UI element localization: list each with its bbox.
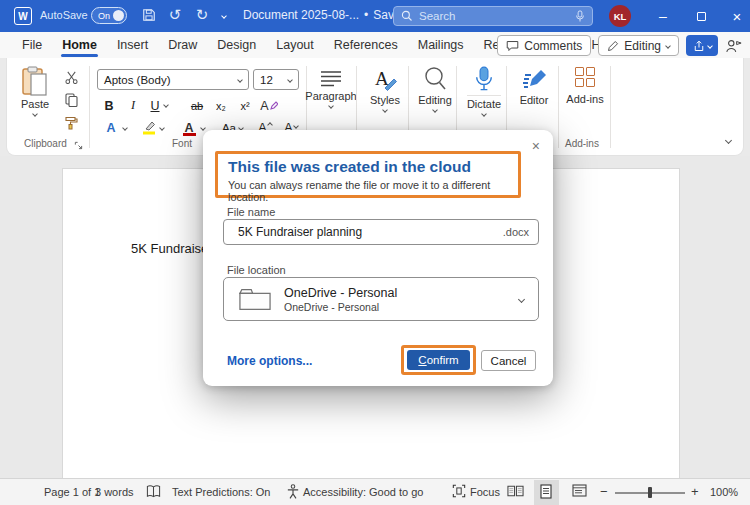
ribbon-tab-bar: File Home Insert Draw Design Layout Refe… [0, 32, 750, 58]
find-icon [423, 66, 447, 92]
shrink-font-caret-icon [293, 123, 299, 129]
comments-button[interactable]: Comments [497, 35, 591, 56]
underline-button[interactable]: U [145, 96, 165, 115]
italic-button[interactable]: I [123, 96, 143, 115]
zoom-out-button[interactable]: − [600, 484, 608, 499]
tab-references[interactable]: References [324, 34, 408, 56]
text-effects-button[interactable]: A [101, 118, 121, 137]
editing-mode-label: Editing [624, 39, 661, 53]
save-icon[interactable] [139, 8, 159, 28]
editing-button[interactable]: Editing [411, 66, 459, 112]
web-layout-icon[interactable] [572, 484, 587, 499]
more-options-link[interactable]: More options... [227, 354, 312, 368]
paragraph-chevron-icon [328, 103, 334, 109]
toggle-knob-icon [113, 10, 124, 21]
confirm-button[interactable]: Confirm [407, 350, 470, 370]
dialog-subtitle: You can always rename the file or move i… [228, 179, 518, 203]
file-location-dropdown[interactable]: OneDrive - Personal OneDrive - Personal [223, 277, 539, 321]
accessibility-status[interactable]: Accessibility: Good to go [303, 486, 423, 498]
font-color-chevron-icon[interactable] [200, 125, 206, 131]
cancel-button[interactable]: Cancel [481, 350, 536, 371]
format-painter-button[interactable] [62, 114, 80, 132]
text-effects-chevron-icon[interactable] [122, 125, 128, 131]
editing-mode-button[interactable]: Editing [598, 35, 679, 56]
word-count[interactable]: 3 words [95, 486, 134, 498]
text-predictions-status[interactable]: Text Predictions: On [172, 486, 270, 498]
highlight-chevron-icon[interactable] [159, 125, 165, 131]
search-box[interactable] [393, 6, 593, 26]
accessibility-icon [286, 484, 300, 501]
maximize-button[interactable] [682, 0, 720, 32]
confirm-highlight-ring: Confirm [401, 345, 476, 375]
dictate-button[interactable]: Dictate [459, 66, 509, 116]
dialog-close-icon[interactable]: × [532, 138, 540, 154]
paste-button[interactable]: Paste [21, 66, 49, 116]
page-info[interactable]: Page 1 of 1 [44, 486, 100, 498]
paste-label: Paste [21, 98, 49, 110]
paragraph-button[interactable]: Paragraph [305, 70, 357, 108]
editor-button[interactable]: Editor [509, 66, 559, 106]
word-logo-icon: W [14, 7, 32, 25]
editing-chevron-icon [665, 43, 671, 49]
zoom-in-button[interactable]: + [691, 484, 699, 499]
location-chevron-icon [518, 295, 525, 302]
text-effects-typography-button[interactable]: A [259, 96, 279, 115]
quick-access-chevron-icon[interactable] [221, 13, 227, 19]
clipboard-icon [22, 66, 48, 96]
bold-button[interactable]: B [99, 96, 119, 115]
copy-button[interactable] [62, 91, 80, 109]
file-name-input[interactable] [238, 225, 503, 239]
comments-label: Comments [524, 39, 582, 53]
zoom-level[interactable]: 100% [710, 486, 738, 498]
addins-button[interactable]: Add-ins [559, 67, 611, 105]
proofing-icon[interactable] [146, 484, 161, 501]
font-color-button[interactable]: A [179, 118, 199, 137]
people-presence-icon[interactable] [725, 39, 742, 53]
styles-chevron-icon [382, 107, 388, 113]
font-size-value: 12 [260, 74, 273, 86]
styles-button[interactable]: A Styles [359, 66, 411, 112]
tab-bar-right: Comments Editing [497, 35, 742, 56]
styles-icon: A [372, 66, 398, 92]
undo-icon[interactable]: ↺ [165, 6, 185, 26]
tab-layout[interactable]: Layout [266, 34, 324, 56]
tab-design[interactable]: Design [207, 34, 266, 56]
tab-insert[interactable]: Insert [107, 34, 158, 56]
user-avatar[interactable]: KL [609, 5, 631, 27]
print-layout-icon[interactable] [540, 484, 552, 501]
title-bar: W AutoSave On ↺ ↻ Document 2025-08-... •… [0, 0, 750, 32]
close-window-button[interactable]: × [718, 0, 750, 32]
autosave-label: AutoSave [40, 9, 88, 21]
separator-dot: • [364, 8, 368, 22]
subscript-button[interactable]: x₂ [211, 96, 231, 115]
superscript-button[interactable]: x² [235, 96, 255, 115]
strikethrough-button[interactable]: ab [187, 96, 207, 115]
status-bar: Page 1 of 1 3 words Text Predictions: On… [0, 478, 750, 505]
pencil-icon [607, 40, 619, 52]
font-size-combo[interactable]: 12 [253, 69, 299, 90]
read-mode-icon[interactable] [507, 484, 524, 500]
focus-button[interactable]: Focus [470, 486, 500, 498]
cut-button[interactable] [62, 68, 80, 86]
folder-icon [239, 287, 271, 311]
font-name-combo[interactable]: Aptos (Body) [97, 69, 249, 90]
tab-draw[interactable]: Draw [158, 34, 207, 56]
redo-icon[interactable]: ↻ [192, 6, 212, 26]
search-input[interactable] [419, 10, 575, 22]
confirm-label-rest: onfirm [427, 354, 459, 366]
zoom-slider-knob[interactable] [648, 487, 652, 498]
tab-home[interactable]: Home [52, 34, 107, 56]
share-button[interactable] [686, 35, 718, 56]
minimize-button[interactable]: – [644, 0, 682, 32]
highlight-color-button[interactable] [139, 118, 159, 137]
clipboard-dialog-launcher-icon[interactable] [69, 136, 87, 154]
collapse-ribbon-chevron-icon[interactable] [725, 137, 732, 144]
dictate-chevron-icon [481, 111, 487, 117]
microphone-icon[interactable] [575, 10, 585, 23]
tab-file[interactable]: File [12, 34, 52, 56]
tab-mailings[interactable]: Mailings [408, 34, 474, 56]
dictate-microphone-icon [475, 66, 493, 93]
paragraph-label: Paragraph [305, 90, 356, 102]
document-name: Document 2025-08-... [243, 8, 359, 22]
autosave-toggle[interactable]: On [91, 7, 127, 24]
